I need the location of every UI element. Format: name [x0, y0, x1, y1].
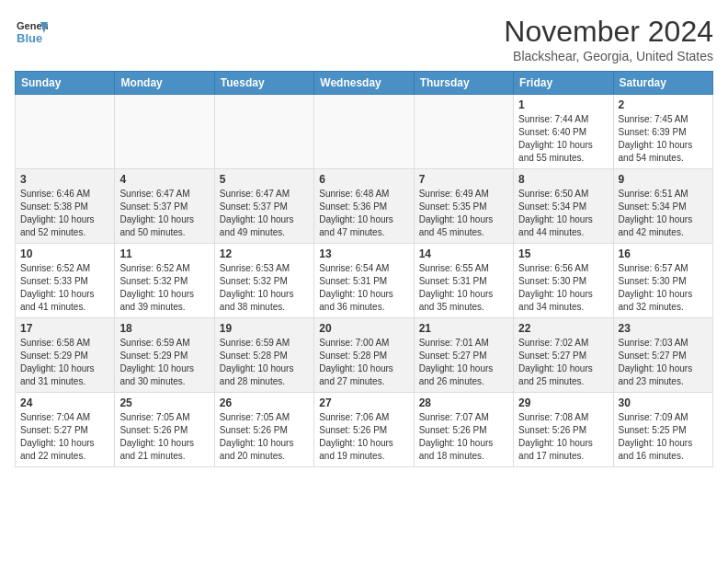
- calendar-cell: 25Sunrise: 7:05 AMSunset: 5:26 PMDayligh…: [115, 393, 214, 467]
- calendar-cell: [314, 95, 414, 169]
- day-info: Sunrise: 6:52 AMSunset: 5:32 PMDaylight:…: [119, 262, 209, 314]
- day-info: Sunrise: 6:47 AMSunset: 5:37 PMDaylight:…: [119, 188, 209, 239]
- day-info: Sunrise: 7:03 AMSunset: 5:27 PMDaylight:…: [619, 337, 708, 388]
- calendar-cell: 9Sunrise: 6:51 AMSunset: 5:34 PMDaylight…: [613, 169, 712, 244]
- day-info: Sunrise: 7:02 AMSunset: 5:27 PMDaylight:…: [518, 337, 608, 388]
- weekday-header-row: SundayMondayTuesdayWednesdayThursdayFrid…: [16, 72, 713, 95]
- day-info: Sunrise: 7:06 AMSunset: 5:26 PMDaylight:…: [319, 411, 408, 463]
- calendar-cell: 4Sunrise: 6:47 AMSunset: 5:37 PMDaylight…: [115, 169, 214, 244]
- day-number: 29: [518, 396, 608, 409]
- day-info: Sunrise: 6:46 AMSunset: 5:38 PMDaylight:…: [20, 188, 109, 239]
- calendar-cell: 14Sunrise: 6:55 AMSunset: 5:31 PMDayligh…: [414, 244, 513, 318]
- calendar-cell: 7Sunrise: 6:49 AMSunset: 5:35 PMDaylight…: [414, 169, 513, 244]
- day-number: 6: [319, 173, 408, 186]
- day-number: 14: [419, 247, 508, 260]
- day-number: 3: [20, 173, 109, 186]
- day-number: 4: [119, 173, 209, 186]
- day-number: 19: [220, 322, 309, 335]
- day-info: Sunrise: 7:04 AMSunset: 5:27 PMDaylight:…: [20, 411, 109, 463]
- day-number: 7: [419, 173, 508, 186]
- calendar-cell: 3Sunrise: 6:46 AMSunset: 5:38 PMDaylight…: [16, 169, 115, 244]
- calendar-cell: 1Sunrise: 7:44 AMSunset: 6:40 PMDaylight…: [514, 95, 613, 169]
- calendar-cell: 29Sunrise: 7:08 AMSunset: 5:26 PMDayligh…: [514, 393, 613, 467]
- day-number: 24: [20, 396, 109, 409]
- day-number: 1: [518, 98, 608, 111]
- weekday-header-tuesday: Tuesday: [214, 72, 313, 95]
- calendar-week-row: 3Sunrise: 6:46 AMSunset: 5:38 PMDaylight…: [16, 169, 713, 244]
- page-header: General Blue November 2024 Blackshear, G…: [15, 15, 713, 63]
- calendar-cell: 22Sunrise: 7:02 AMSunset: 5:27 PMDayligh…: [514, 318, 613, 393]
- calendar-week-row: 10Sunrise: 6:52 AMSunset: 5:33 PMDayligh…: [16, 244, 713, 318]
- day-number: 5: [220, 173, 309, 186]
- calendar-cell: 16Sunrise: 6:57 AMSunset: 5:30 PMDayligh…: [613, 244, 712, 318]
- day-info: Sunrise: 6:48 AMSunset: 5:36 PMDaylight:…: [319, 188, 408, 239]
- calendar-cell: [414, 95, 513, 169]
- weekday-header-wednesday: Wednesday: [314, 72, 414, 95]
- day-number: 15: [518, 247, 608, 260]
- day-number: 27: [319, 396, 408, 409]
- calendar-cell: 8Sunrise: 6:50 AMSunset: 5:34 PMDaylight…: [514, 169, 613, 244]
- day-info: Sunrise: 7:08 AMSunset: 5:26 PMDaylight:…: [518, 411, 608, 463]
- day-info: Sunrise: 6:59 AMSunset: 5:29 PMDaylight:…: [119, 337, 209, 388]
- day-info: Sunrise: 6:54 AMSunset: 5:31 PMDaylight:…: [319, 262, 408, 314]
- day-number: 26: [220, 396, 309, 409]
- weekday-header-monday: Monday: [115, 72, 214, 95]
- day-info: Sunrise: 7:07 AMSunset: 5:26 PMDaylight:…: [419, 411, 508, 463]
- day-info: Sunrise: 7:44 AMSunset: 6:40 PMDaylight:…: [518, 113, 608, 165]
- calendar-week-row: 17Sunrise: 6:58 AMSunset: 5:29 PMDayligh…: [16, 318, 713, 393]
- calendar-cell: 13Sunrise: 6:54 AMSunset: 5:31 PMDayligh…: [314, 244, 414, 318]
- day-number: 28: [419, 396, 508, 409]
- day-info: Sunrise: 6:58 AMSunset: 5:29 PMDaylight:…: [20, 337, 109, 388]
- day-info: Sunrise: 6:57 AMSunset: 5:30 PMDaylight:…: [619, 262, 708, 314]
- day-number: 30: [619, 396, 708, 409]
- day-number: 10: [20, 247, 109, 260]
- calendar-week-row: 1Sunrise: 7:44 AMSunset: 6:40 PMDaylight…: [16, 95, 713, 169]
- day-info: Sunrise: 6:59 AMSunset: 5:28 PMDaylight:…: [220, 337, 309, 388]
- weekday-header-saturday: Saturday: [613, 72, 712, 95]
- day-info: Sunrise: 7:05 AMSunset: 5:26 PMDaylight:…: [220, 411, 309, 463]
- weekday-header-friday: Friday: [514, 72, 613, 95]
- calendar-cell: 19Sunrise: 6:59 AMSunset: 5:28 PMDayligh…: [214, 318, 313, 393]
- calendar-cell: 18Sunrise: 6:59 AMSunset: 5:29 PMDayligh…: [115, 318, 214, 393]
- calendar-cell: 26Sunrise: 7:05 AMSunset: 5:26 PMDayligh…: [214, 393, 313, 467]
- day-number: 9: [619, 173, 708, 186]
- weekday-header-sunday: Sunday: [16, 72, 115, 95]
- day-info: Sunrise: 6:55 AMSunset: 5:31 PMDaylight:…: [419, 262, 508, 314]
- day-number: 11: [119, 247, 209, 260]
- day-number: 16: [619, 247, 708, 260]
- calendar-cell: 20Sunrise: 7:00 AMSunset: 5:28 PMDayligh…: [314, 318, 414, 393]
- day-number: 23: [619, 322, 708, 335]
- day-number: 18: [119, 322, 209, 335]
- day-info: Sunrise: 6:47 AMSunset: 5:37 PMDaylight:…: [220, 188, 309, 239]
- logo: General Blue: [15, 15, 48, 48]
- calendar-cell: 5Sunrise: 6:47 AMSunset: 5:37 PMDaylight…: [214, 169, 313, 244]
- calendar-cell: 27Sunrise: 7:06 AMSunset: 5:26 PMDayligh…: [314, 393, 414, 467]
- day-info: Sunrise: 6:53 AMSunset: 5:32 PMDaylight:…: [220, 262, 309, 314]
- day-number: 2: [619, 98, 708, 111]
- title-block: November 2024 Blackshear, Georgia, Unite…: [504, 15, 713, 63]
- day-number: 25: [119, 396, 209, 409]
- day-info: Sunrise: 6:51 AMSunset: 5:34 PMDaylight:…: [619, 188, 708, 239]
- calendar-cell: 15Sunrise: 6:56 AMSunset: 5:30 PMDayligh…: [514, 244, 613, 318]
- calendar-cell: 23Sunrise: 7:03 AMSunset: 5:27 PMDayligh…: [613, 318, 712, 393]
- day-info: Sunrise: 6:52 AMSunset: 5:33 PMDaylight:…: [20, 262, 109, 314]
- calendar-cell: 17Sunrise: 6:58 AMSunset: 5:29 PMDayligh…: [16, 318, 115, 393]
- calendar-cell: 28Sunrise: 7:07 AMSunset: 5:26 PMDayligh…: [414, 393, 513, 467]
- day-info: Sunrise: 6:50 AMSunset: 5:34 PMDaylight:…: [518, 188, 608, 239]
- calendar-cell: 6Sunrise: 6:48 AMSunset: 5:36 PMDaylight…: [314, 169, 414, 244]
- weekday-header-thursday: Thursday: [414, 72, 513, 95]
- calendar-cell: [16, 95, 115, 169]
- day-number: 8: [518, 173, 608, 186]
- calendar-cell: 30Sunrise: 7:09 AMSunset: 5:25 PMDayligh…: [613, 393, 712, 467]
- calendar-cell: 12Sunrise: 6:53 AMSunset: 5:32 PMDayligh…: [214, 244, 313, 318]
- day-info: Sunrise: 6:49 AMSunset: 5:35 PMDaylight:…: [419, 188, 508, 239]
- logo-icon: General Blue: [15, 15, 48, 48]
- calendar-table: SundayMondayTuesdayWednesdayThursdayFrid…: [15, 71, 713, 467]
- day-info: Sunrise: 7:01 AMSunset: 5:27 PMDaylight:…: [419, 337, 508, 388]
- day-number: 13: [319, 247, 408, 260]
- calendar-cell: [214, 95, 313, 169]
- day-info: Sunrise: 7:09 AMSunset: 5:25 PMDaylight:…: [619, 411, 708, 463]
- month-title: November 2024: [504, 15, 713, 49]
- calendar-cell: 24Sunrise: 7:04 AMSunset: 5:27 PMDayligh…: [16, 393, 115, 467]
- day-info: Sunrise: 7:45 AMSunset: 6:39 PMDaylight:…: [619, 113, 708, 165]
